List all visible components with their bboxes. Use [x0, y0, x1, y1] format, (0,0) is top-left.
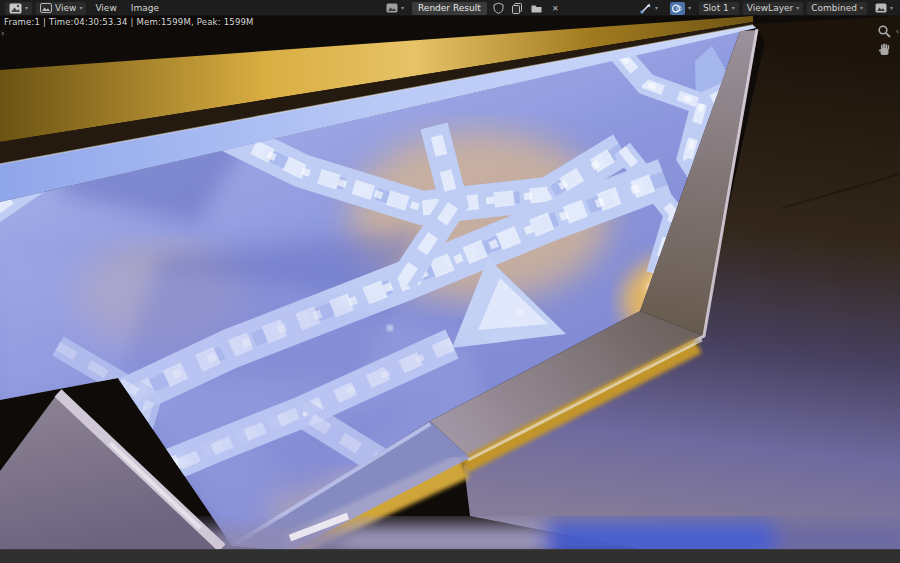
header-left-group: ▾ View ▾ View Image: [5, 0, 164, 16]
chevron-down-icon: ▾: [655, 5, 658, 11]
render-viewport-canvas[interactable]: Frame:1 | Time:04:30:53.34 | Mem:1599M, …: [0, 16, 900, 549]
shield-icon: [493, 2, 504, 14]
display-channels-dropdown[interactable]: ▾: [871, 2, 897, 15]
gizmos-toggle-dropdown[interactable]: ▾: [635, 2, 662, 15]
chevron-down-icon: ▾: [401, 5, 404, 11]
slot-label: Slot 1: [703, 1, 729, 16]
sidebar-toggle-arrow[interactable]: ‹: [895, 26, 899, 36]
image-mode-icon: [40, 3, 52, 13]
image-browse-icon: [386, 3, 398, 13]
overlays-toggle-dropdown[interactable]: ▾: [666, 2, 695, 15]
render-pass-label: Combined: [811, 1, 857, 16]
mode-label: View: [55, 1, 76, 16]
fake-user-shield-button[interactable]: [491, 2, 506, 15]
render-stats-text: Frame:1 | Time:04:30:53.34 | Mem:1599M, …: [4, 17, 254, 27]
image-editor-header: ▾ View ▾ View Image ▾ Render Res: [0, 0, 900, 16]
header-right-group: ▾ ▾ Slot 1 ▾ ViewLayer ▾ Combi: [635, 0, 897, 16]
chevron-down-icon: ▾: [796, 5, 799, 11]
overlays-icon: [670, 2, 685, 15]
view-layer-label: ViewLayer: [747, 1, 793, 16]
gizmo-arrow-icon: [639, 2, 652, 14]
chevron-down-icon: ▾: [890, 5, 893, 11]
unlink-image-button[interactable]: ✕: [548, 2, 563, 15]
render-pass-dropdown[interactable]: Combined ▾: [807, 2, 867, 15]
folder-icon: [530, 3, 543, 14]
mode-dropdown[interactable]: View ▾: [36, 2, 86, 15]
zoom-gizmo-magnifier-icon[interactable]: [877, 24, 892, 39]
slot-dropdown[interactable]: Slot 1 ▾: [699, 2, 739, 15]
duplicate-image-button[interactable]: [510, 2, 525, 15]
menu-image[interactable]: Image: [126, 1, 164, 16]
copy-icon: [511, 2, 523, 14]
open-image-button[interactable]: [529, 2, 544, 15]
blender-window: ▾ View ▾ View Image ▾ Render Res: [0, 0, 900, 563]
render-result-image: [0, 16, 900, 549]
toolbar-toggle-arrow[interactable]: ›: [1, 28, 5, 38]
status-bar: [0, 549, 900, 563]
close-icon: ✕: [552, 1, 559, 16]
browse-image-dropdown[interactable]: ▾: [382, 2, 408, 15]
image-datablock-group: ▾ Render Result ✕: [382, 0, 563, 16]
image-editor-icon: [9, 3, 22, 14]
display-channels-icon: [875, 3, 887, 13]
view-layer-dropdown[interactable]: ViewLayer ▾: [743, 2, 803, 15]
chevron-down-icon: ▾: [25, 5, 28, 11]
menu-view[interactable]: View: [90, 1, 121, 16]
chevron-down-icon: ▾: [688, 5, 691, 11]
image-name-field[interactable]: Render Result: [412, 2, 487, 15]
editor-type-dropdown[interactable]: ▾: [5, 2, 32, 15]
pan-gizmo-hand-icon[interactable]: [877, 42, 892, 57]
chevron-down-icon: ▾: [732, 5, 735, 11]
chevron-down-icon: ▾: [79, 5, 82, 11]
chevron-down-icon: ▾: [860, 5, 863, 11]
